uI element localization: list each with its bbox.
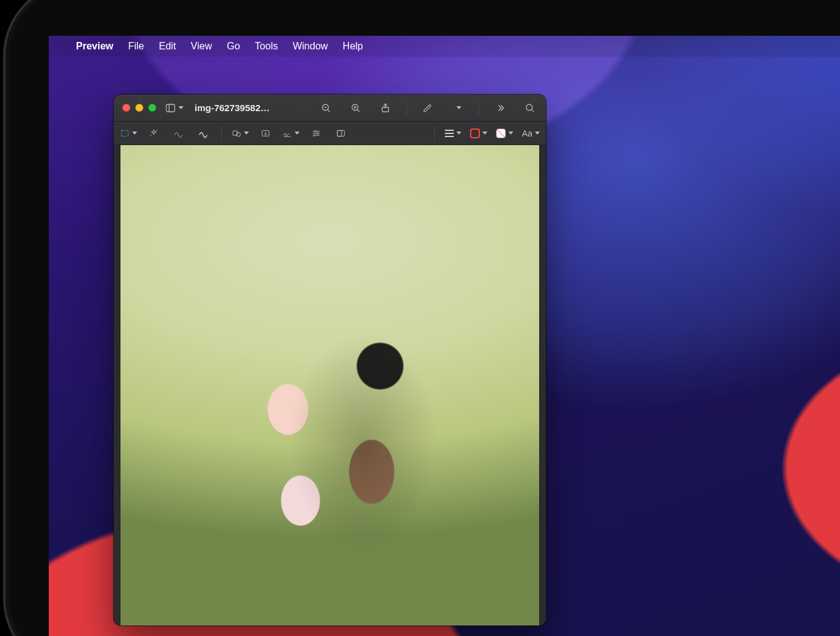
signature-icon: [282, 128, 292, 138]
traffic-lights: [122, 104, 156, 112]
close-button[interactable]: [122, 104, 130, 112]
macos-menubar: Preview File Edit View Go Tools Window H…: [49, 36, 840, 57]
svg-point-25: [313, 135, 315, 136]
fill-color-button[interactable]: [496, 125, 513, 141]
border-color-swatch: [470, 128, 480, 138]
svg-line-6: [357, 109, 359, 112]
hamburger-lines-icon: [445, 129, 454, 137]
markup-button[interactable]: [419, 99, 437, 117]
svg-line-11: [531, 109, 534, 112]
svg-point-24: [317, 132, 319, 134]
chevron-down-icon: [508, 132, 513, 135]
draw-tool-button[interactable]: [195, 125, 211, 141]
svg-rect-26: [337, 130, 344, 136]
text-tool-button[interactable]: A: [258, 125, 274, 141]
chevron-down-icon: [535, 132, 540, 135]
text-style-button[interactable]: Aa: [522, 125, 540, 141]
svg-point-23: [314, 130, 316, 132]
search-icon: [524, 103, 536, 114]
toolbar-separator: [479, 101, 479, 115]
squiggle-bold-icon: [198, 128, 208, 138]
document-image[interactable]: [120, 145, 540, 626]
menu-view[interactable]: View: [191, 41, 212, 52]
svg-text:A: A: [264, 131, 267, 135]
zoom-in-icon: [350, 103, 361, 114]
share-icon: [380, 103, 391, 114]
sparkle-icon: [149, 128, 159, 138]
screen: Preview File Edit View Go Tools Window H…: [49, 36, 840, 636]
shapes-button[interactable]: [232, 125, 249, 141]
instant-alpha-button[interactable]: [146, 125, 162, 141]
fill-color-swatch: [496, 128, 506, 138]
svg-rect-27: [337, 130, 342, 136]
text-box-icon: A: [261, 128, 271, 138]
selection-rect-icon: [120, 128, 130, 138]
chevron-down-icon: [482, 132, 487, 135]
menu-tools[interactable]: Tools: [255, 41, 278, 52]
selection-tool-button[interactable]: [120, 125, 137, 141]
menu-file[interactable]: File: [128, 41, 144, 52]
share-button[interactable]: [377, 99, 394, 117]
markup-more-button[interactable]: [449, 99, 466, 117]
toolbar-separator: [406, 101, 407, 115]
window-title: img-762739582…: [195, 103, 270, 113]
svg-point-10: [526, 104, 532, 111]
preview-window: img-762739582…: [114, 94, 546, 626]
chevron-down-icon: [244, 132, 249, 135]
chevron-down-icon: [456, 132, 461, 135]
sidebar-icon: [165, 103, 176, 114]
chevron-down-icon: [456, 106, 461, 109]
line-style-button[interactable]: [445, 125, 461, 141]
svg-point-16: [237, 132, 241, 136]
adjust-color-button[interactable]: [308, 125, 324, 141]
sliders-icon: [311, 128, 321, 138]
window-titlebar[interactable]: img-762739582…: [114, 94, 546, 122]
menu-window[interactable]: Window: [293, 41, 328, 52]
canvas-area[interactable]: [114, 145, 546, 626]
menu-edit[interactable]: Edit: [159, 41, 176, 52]
text-style-label: Aa: [522, 128, 532, 138]
markup-toolbar: A: [114, 122, 546, 145]
toolbar-overflow-button[interactable]: [492, 99, 509, 117]
chevron-down-icon: [295, 132, 300, 135]
fullscreen-button[interactable]: [148, 104, 156, 112]
zoom-in-button[interactable]: [347, 99, 364, 117]
border-color-button[interactable]: [470, 125, 487, 141]
chevron-down-icon: [178, 106, 183, 109]
menu-help[interactable]: Help: [343, 41, 363, 52]
menu-go[interactable]: Go: [227, 41, 240, 52]
chevrons-right-icon: [495, 103, 506, 114]
markup-pencil-icon: [422, 103, 434, 114]
zoom-out-button[interactable]: [317, 99, 335, 117]
search-button[interactable]: [521, 99, 539, 117]
svg-point-14: [151, 135, 152, 136]
zoom-out-icon: [321, 103, 332, 114]
squiggle-thin-icon: [174, 128, 183, 138]
adjust-size-button[interactable]: [333, 125, 349, 141]
svg-rect-0: [166, 104, 175, 112]
chevron-down-icon: [132, 132, 137, 135]
sidebar-toggle-button[interactable]: [165, 99, 183, 117]
minimize-button[interactable]: [135, 104, 143, 112]
laptop-bezel: Preview File Edit View Go Tools Window H…: [3, 0, 840, 636]
toolbar-separator: [221, 127, 222, 140]
svg-point-13: [156, 130, 158, 131]
svg-rect-12: [122, 130, 128, 136]
sketch-tool-button[interactable]: [170, 125, 187, 141]
menubar-app-name[interactable]: Preview: [76, 41, 113, 52]
svg-line-3: [327, 109, 330, 112]
sign-button[interactable]: [282, 125, 300, 141]
shapes-icon: [232, 128, 242, 138]
resize-icon: [336, 128, 346, 138]
toolbar-separator: [434, 127, 435, 140]
